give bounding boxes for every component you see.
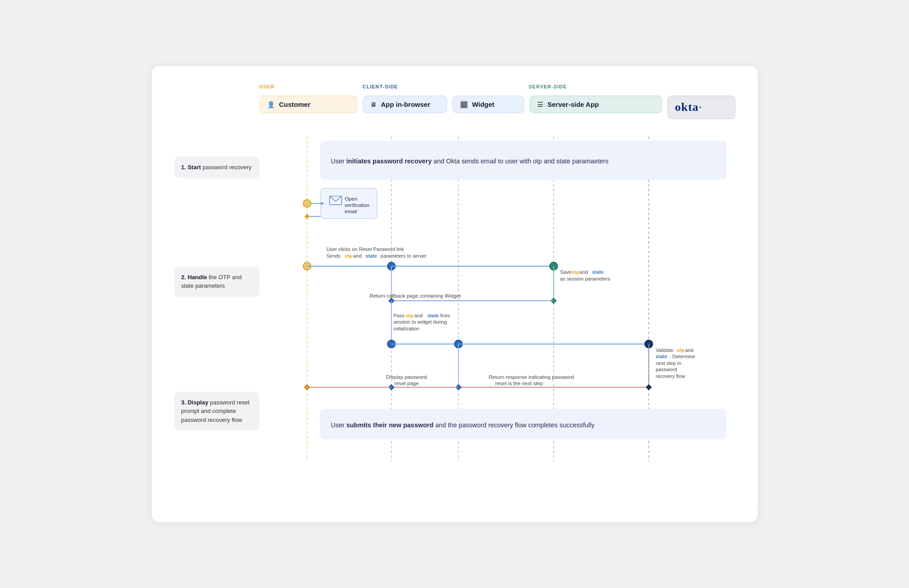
flow-diagram: User initiates password recovery and Okt… (259, 130, 735, 498)
customer-label: Customer (279, 101, 311, 108)
svg-text:recovery flow: recovery flow (655, 373, 685, 379)
steps-panel: 1. Start password recovery 2. Handle the… (174, 130, 259, 500)
svg-text:state: state (427, 313, 439, 318)
svg-text:Open: Open (344, 196, 357, 202)
svg-text:reset page: reset page (394, 381, 419, 386)
svg-text:and: and (414, 313, 422, 318)
svg-text:password: password (655, 367, 676, 372)
app-browser-actor: 🖥 App in-browser (363, 96, 447, 113)
server-label: Server-side App (548, 101, 599, 108)
svg-text:otp: otp (571, 269, 579, 275)
svg-text:User clicks on Reset Password : User clicks on Reset Password link (326, 246, 404, 252)
svg-text:state: state (592, 269, 604, 275)
step-2-label: 2. Handle the OTP and state parameters (181, 274, 242, 290)
svg-text:otp: otp (344, 253, 352, 259)
okta-logo: okta· (675, 101, 703, 114)
svg-text:Return response indicating pas: Return response indicating password (488, 374, 574, 380)
svg-text:User 
          initiates pass: User initiates password recovery and Okt… (331, 158, 609, 165)
step-3-label: 3. Display password reset prompt and com… (181, 399, 250, 423)
svg-text:. Determine: . Determine (669, 354, 695, 359)
server-app-actor: ☰ Server-side App (530, 96, 662, 113)
widget-icon: ⬛ (460, 101, 468, 108)
svg-text:parameters to server: parameters to server (380, 253, 426, 259)
svg-text:Display password: Display password (386, 374, 427, 380)
client-lane-label: CLIENT-SIDE (363, 84, 529, 89)
svg-text:email: email (344, 209, 357, 214)
svg-text:Validate: Validate (655, 347, 673, 353)
app-icon: 🖥 (370, 101, 377, 108)
okta-actor: okta· (667, 96, 735, 119)
widget-actor: ⬛ Widget (452, 96, 524, 113)
svg-text:Return callback page containin: Return callback page containing Widget (369, 293, 461, 298)
widget-label: Widget (472, 101, 495, 108)
svg-text:from: from (440, 313, 450, 318)
diagram-container: USER CLIENT-SIDE SERVER-SIDE 👤 Customer … (152, 66, 758, 522)
svg-text:session to widget during: session to widget during (393, 319, 447, 325)
svg-text:Pass: Pass (393, 313, 404, 318)
svg-text:otp: otp (676, 347, 684, 353)
step-2-block: 2. Handle the OTP and state parameters (174, 267, 259, 297)
step-3-block: 3. Display password reset prompt and com… (174, 392, 259, 431)
step-1-block: 1. Start password recovery (174, 157, 259, 178)
customer-icon: 👤 (267, 101, 275, 108)
user-lane-label: USER (259, 84, 363, 89)
svg-point-16 (303, 200, 311, 207)
svg-text:reset is the next step: reset is the next step (495, 381, 543, 386)
svg-text:as session parameters: as session parameters (560, 276, 610, 281)
svg-text:Sends: Sends (326, 253, 341, 259)
server-lane-label: SERVER-SIDE (529, 84, 735, 89)
svg-text:and: and (353, 253, 361, 259)
svg-marker-79 (304, 385, 310, 390)
svg-text:Save: Save (560, 269, 571, 275)
svg-text:state: state (365, 253, 377, 259)
svg-text:User 
          submits their : User submits their new password and the … (331, 421, 595, 429)
server-icon: ☰ (537, 101, 543, 108)
svg-marker-15 (304, 214, 310, 219)
svg-text:and: and (580, 269, 588, 275)
customer-actor: 👤 Customer (259, 96, 357, 113)
svg-text:next step in: next step in (655, 360, 681, 366)
svg-marker-70 (646, 385, 651, 390)
svg-text:initialization: initialization (393, 326, 419, 331)
diagram-area: User initiates password recovery and Okt… (259, 130, 735, 500)
svg-text:state: state (655, 354, 667, 359)
svg-text:and: and (685, 347, 693, 353)
step-1-label: 1. Start password recovery (181, 164, 252, 171)
svg-text:otp: otp (405, 313, 413, 318)
svg-text:verification: verification (344, 202, 369, 208)
app-label: App in-browser (381, 101, 430, 108)
